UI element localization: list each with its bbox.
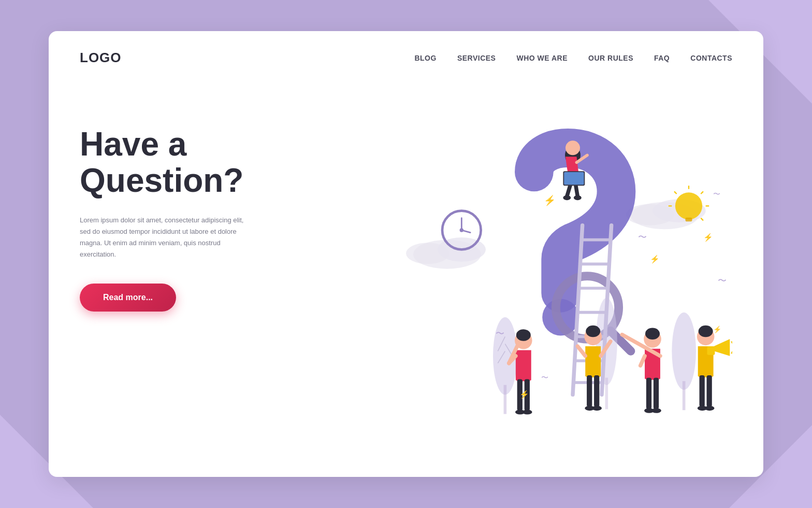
svg-text:〜: 〜 [718, 276, 727, 286]
svg-rect-46 [564, 172, 584, 185]
svg-rect-22 [504, 385, 507, 414]
nav-link-who-we-are[interactable]: WHO WE ARE [516, 54, 568, 62]
hero-left-content: Have a Question? Lorem ipsum dolor sit a… [80, 95, 297, 312]
svg-point-61 [592, 406, 602, 411]
hero-title-line2: Question? [80, 162, 243, 199]
navbar: LOGO BLOG SERVICES WHO WE ARE OUR RULES … [49, 31, 763, 84]
nav-link-our-rules[interactable]: OUR RULES [588, 54, 633, 62]
nav-link-services[interactable]: SERVICES [457, 54, 496, 62]
svg-point-73 [699, 326, 713, 337]
svg-point-44 [574, 195, 582, 200]
svg-rect-29 [683, 381, 686, 410]
svg-line-16 [674, 191, 677, 194]
svg-rect-66 [646, 378, 651, 410]
svg-text:〜: 〜 [496, 329, 504, 338]
nav-link-faq[interactable]: FAQ [654, 54, 670, 62]
logo: LOGO [80, 50, 122, 66]
svg-rect-67 [654, 378, 659, 410]
hero-title-line1: Have a [80, 125, 186, 163]
svg-rect-75 [707, 375, 712, 407]
hero-section: Have a Question? Lorem ipsum dolor sit a… [49, 84, 763, 473]
svg-point-65 [645, 328, 660, 340]
read-more-button[interactable]: Read more... [80, 284, 176, 312]
nav-link-blog[interactable]: BLOG [414, 54, 436, 62]
svg-point-57 [586, 326, 600, 337]
svg-text:⚡: ⚡ [713, 325, 722, 334]
svg-point-10 [675, 192, 702, 219]
svg-point-77 [705, 406, 715, 411]
hero-illustration: ⚡ ⚡ ⚡ ⚡ ⚡ 〜 〜 〜 〜 〜 [297, 95, 732, 473]
svg-point-49 [516, 329, 531, 341]
svg-point-2 [406, 243, 450, 264]
svg-text:⚡: ⚡ [519, 390, 529, 399]
svg-point-28 [672, 313, 696, 390]
hero-title: Have a Question? [80, 126, 297, 199]
svg-rect-27 [605, 378, 608, 410]
main-illustration: ⚡ ⚡ ⚡ ⚡ ⚡ 〜 〜 〜 〜 〜 [297, 84, 732, 463]
hero-description: Lorem ipsum dolor sit amet, consectetur … [80, 215, 256, 260]
svg-text:〜: 〜 [638, 232, 647, 242]
svg-point-40 [566, 140, 580, 155]
nav-links: BLOG SERVICES WHO WE ARE OUR RULES FAQ C… [414, 54, 732, 62]
svg-line-15 [701, 218, 703, 221]
nav-link-contacts[interactable]: CONTACTS [690, 54, 732, 62]
svg-text:⚡: ⚡ [544, 194, 556, 206]
svg-point-53 [523, 410, 532, 414]
svg-text:⚡: ⚡ [650, 255, 660, 264]
svg-point-69 [651, 408, 661, 413]
svg-rect-58 [587, 375, 592, 407]
svg-text:⚡: ⚡ [703, 233, 713, 242]
svg-text:〜: 〜 [541, 373, 548, 382]
main-card: LOGO BLOG SERVICES WHO WE ARE OUR RULES … [49, 31, 763, 477]
svg-line-13 [701, 191, 703, 194]
svg-rect-74 [700, 375, 705, 407]
svg-text:〜: 〜 [713, 190, 720, 198]
svg-rect-78 [707, 346, 715, 355]
svg-line-63 [577, 346, 585, 356]
svg-rect-11 [685, 218, 692, 221]
svg-line-71 [641, 356, 645, 366]
svg-point-43 [563, 195, 571, 200]
svg-rect-59 [594, 375, 599, 407]
